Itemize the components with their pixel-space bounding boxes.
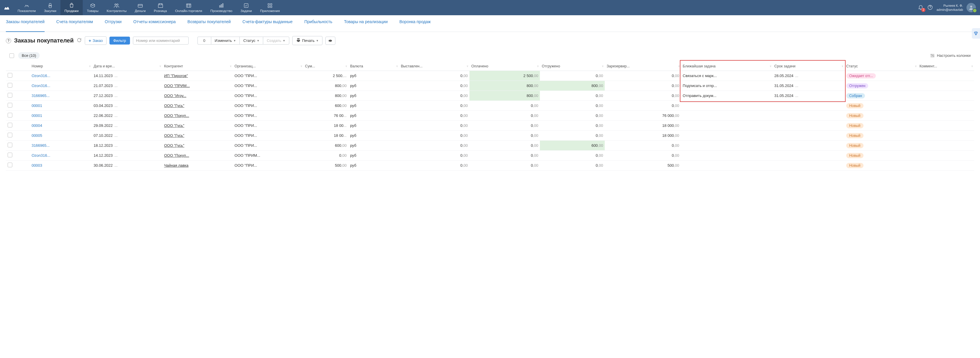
select-all-checkbox[interactable]	[10, 53, 14, 58]
subnav-item[interactable]: Заказы покупателей	[6, 19, 45, 32]
page-help-icon[interactable]: ?	[6, 38, 11, 43]
amount-cell: 0,00	[469, 160, 540, 171]
nav-icon	[47, 3, 53, 8]
help-icon[interactable]	[927, 5, 933, 11]
topnav-item[interactable]: Продажи	[60, 0, 83, 15]
table-row[interactable]: 0000429.09.2022 ...ООО "Гусь"ООО "ПРИ...…	[6, 121, 974, 131]
topnav-item[interactable]: Показатели	[13, 0, 40, 15]
change-button[interactable]: Изменить ▼	[211, 36, 240, 44]
currency-cell: руб	[348, 141, 399, 150]
topnav-item[interactable]: Закупки	[40, 0, 60, 15]
table-row[interactable]: Ozon316...21.07.2023 ...ООО "ПРИМ...ООО …	[6, 81, 974, 91]
subnav-item[interactable]: Счета-фактуры выданные	[242, 19, 293, 27]
row-checkbox[interactable]	[8, 153, 12, 157]
subnav-item[interactable]: Возвраты покупателей	[188, 19, 231, 27]
column-header[interactable]: Статус▿	[845, 62, 918, 71]
column-header[interactable]: Ближайшая задача▿	[681, 62, 773, 71]
topnav-item[interactable]: Приложения	[256, 0, 284, 15]
order-number-link[interactable]: Ozon316...	[30, 150, 92, 160]
subnav-item[interactable]: Отчеты комиссионера	[133, 19, 176, 27]
row-checkbox[interactable]	[8, 113, 12, 117]
settings-button[interactable]	[325, 36, 336, 45]
topnav-item[interactable]: Задачи	[237, 0, 256, 15]
avatar[interactable]	[967, 3, 976, 12]
filter-button[interactable]: Фильтр	[110, 36, 130, 44]
logo[interactable]	[0, 0, 13, 15]
subnav-item[interactable]: Воронка продаж	[399, 19, 431, 27]
counterparty-link[interactable]: ООО "Гусь"	[162, 121, 233, 131]
row-checkbox[interactable]	[8, 83, 12, 87]
row-checkbox[interactable]	[8, 93, 12, 98]
topnav-item[interactable]: Деньги	[130, 0, 150, 15]
nav-icon	[24, 3, 30, 8]
table-row[interactable]: Ozon316...14.11.2023 ...ИП "Пирогов"ООО …	[6, 71, 974, 81]
counterparty-link[interactable]: ООО "Гусь"	[162, 141, 233, 150]
table-row[interactable]: Ozon316...14.12.2023 ...ООО "Покуп...ООО…	[6, 150, 974, 160]
row-checkbox[interactable]	[8, 73, 12, 78]
counterparty-link[interactable]: ООО "Гусь"	[162, 131, 233, 141]
table-row[interactable]: 0000507.10.2022 ...ООО "Гусь"ООО "ПРИ...…	[6, 131, 974, 141]
column-header[interactable]: Коммент...▿	[918, 62, 974, 71]
row-checkbox[interactable]	[8, 103, 12, 108]
order-number-link[interactable]: 3166965...	[30, 91, 92, 101]
topnav-item[interactable]: Товары	[83, 0, 103, 15]
subnav-item[interactable]: Товары на реализации	[344, 19, 388, 27]
configure-columns-button[interactable]: Настроить колонки	[930, 53, 970, 58]
table-row[interactable]: 3166965...27.12.2023 ...ООО "Игру...ООО …	[6, 91, 974, 101]
order-number-link[interactable]: 00001	[30, 101, 92, 111]
column-header[interactable]: Оплачено▿	[469, 62, 540, 71]
table-row[interactable]: 0000122.06.2022 ...ООО "Покуп...ООО "ПРИ…	[6, 111, 974, 121]
counterparty-link[interactable]: ООО "ПРИМ...	[162, 81, 233, 91]
create-button[interactable]: Создать ▼	[263, 36, 289, 44]
subnav-item[interactable]: Отгрузки	[105, 19, 121, 27]
status-button[interactable]: Статус ▼	[239, 36, 263, 44]
column-header[interactable]: Отгружено▿	[540, 62, 605, 71]
topnav-item[interactable]: Онлайн-торговля	[171, 0, 206, 15]
table-row[interactable]: 0000103.04.2023 ...ООО "Гусь"ООО "ПРИ...…	[6, 101, 974, 111]
user-info[interactable]: Рылеев К. Ф. admin@sevkavlab	[937, 3, 963, 12]
column-header[interactable]: Зарезервир...▿	[605, 62, 681, 71]
print-button[interactable]: Печать ▼	[292, 36, 323, 45]
topnav-item[interactable]: Производство	[206, 0, 237, 15]
column-header[interactable]: Организац...▿	[233, 62, 303, 71]
counterparty-link[interactable]: ИП "Пирогов"	[162, 71, 233, 81]
counterparty-link[interactable]: ООО "Покуп...	[162, 150, 233, 160]
refresh-icon[interactable]	[76, 38, 82, 44]
column-header[interactable]: Срок задачи▿	[773, 62, 845, 71]
subnav-item[interactable]: Прибыльность	[304, 19, 332, 27]
column-header[interactable]: Номер▿	[30, 62, 92, 71]
search-input[interactable]	[133, 36, 189, 44]
order-number-link[interactable]: 00005	[30, 131, 92, 141]
subnav-item[interactable]: Счета покупателям	[56, 19, 93, 27]
order-number-link[interactable]: 00003	[30, 160, 92, 171]
diamond-icon[interactable]	[972, 28, 980, 39]
new-order-button[interactable]: + Заказ	[85, 36, 107, 45]
counterparty-link[interactable]: Чайная лавка	[162, 160, 233, 171]
table-row[interactable]: 0000330.06.2022 ...Чайная лавкаООО "ПРИ.…	[6, 160, 974, 171]
notifications-icon[interactable]: 2	[918, 5, 924, 11]
row-checkbox[interactable]	[8, 163, 12, 167]
comment-cell	[918, 141, 974, 150]
counterparty-link[interactable]: ООО "Покуп...	[162, 111, 233, 121]
order-number-link[interactable]: 00001	[30, 111, 92, 121]
column-header[interactable]: Выставлен...▿	[399, 62, 469, 71]
table-row[interactable]: 3166965...18.12.2023 ...ООО "Гусь"ООО "П…	[6, 141, 974, 150]
column-header[interactable]: Сум...▿	[303, 62, 348, 71]
order-number-link[interactable]: 3166965...	[30, 141, 92, 150]
order-number-link[interactable]: Ozon316...	[30, 81, 92, 91]
row-checkbox[interactable]	[8, 133, 12, 138]
notifications-badge: 2	[921, 8, 926, 12]
column-header[interactable]: Валюта▿	[348, 62, 399, 71]
column-header[interactable]: Контрагент▿	[162, 62, 233, 71]
column-header[interactable]: Дата и вре...▿	[92, 62, 162, 71]
row-checkbox[interactable]	[8, 143, 12, 147]
counterparty-link[interactable]: ООО "Гусь"	[162, 101, 233, 111]
filter-all-pill[interactable]: Все (10)	[18, 52, 40, 59]
topnav-item[interactable]: Розница	[150, 0, 171, 15]
counterparty-link[interactable]: ООО "Игру...	[162, 91, 233, 101]
row-checkbox[interactable]	[8, 123, 12, 127]
order-number-link[interactable]: 00004	[30, 121, 92, 131]
topnav-item[interactable]: Контрагенты	[102, 0, 130, 15]
amount-cell: 0,00	[605, 91, 681, 101]
order-number-link[interactable]: Ozon316...	[30, 71, 92, 81]
